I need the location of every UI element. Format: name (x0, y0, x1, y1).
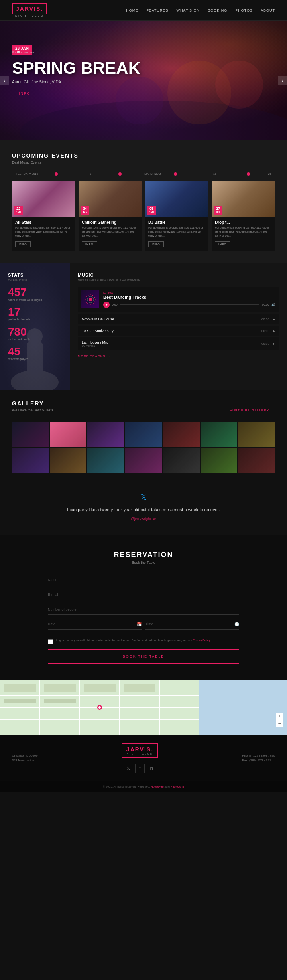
timeline-label-1: FEBRUARY 2016 (16, 172, 38, 175)
social-facebook-button[interactable]: f (135, 764, 145, 773)
event-info-btn-2[interactable]: INFO (82, 241, 97, 247)
zoom-in-button[interactable]: + (276, 713, 283, 720)
gallery-item-8[interactable] (12, 448, 49, 473)
gallery-item-10[interactable] (87, 448, 124, 473)
gallery-item-12[interactable] (163, 448, 200, 473)
upcoming-events-section: UPCOMING EVENTS Best Music Events FEBRUA… (0, 140, 287, 263)
twitter-handle[interactable]: @jerrywrightlive (32, 517, 255, 521)
gallery-row-1 (12, 422, 275, 447)
time-field-group: 🕐 (145, 619, 239, 630)
visit-gallery-button[interactable]: VISIT FULL GALLERY (224, 406, 275, 415)
privacy-checkbox[interactable] (48, 639, 53, 644)
gallery-header: GALLERY We Have the Best Guests VISIT FU… (12, 400, 275, 420)
hero-next-button[interactable]: › (278, 76, 287, 85)
nav-features[interactable]: FEATURES (146, 8, 168, 12)
track-row-name-2: 10 Year Anniversary (82, 329, 114, 333)
gallery-item-13[interactable] (201, 448, 238, 473)
nav-photos[interactable]: PHOTOS (235, 8, 253, 12)
event-info-btn-3[interactable]: INFO (148, 241, 164, 247)
social-linkedin-button[interactable]: in (147, 764, 156, 773)
twitter-section: 𝕏 I can party like a twenty-four-year-ol… (0, 479, 287, 535)
reservation-section: RESERVATION Book the Table 📅 🕐 I agree t… (0, 535, 287, 680)
calendar-icon: 📅 (137, 622, 142, 626)
nav-booking[interactable]: BOOKING (208, 8, 227, 12)
more-tracks-link[interactable]: MORE TRACKS → (78, 354, 279, 358)
gallery-section: GALLERY We Have the Best Guests VISIT FU… (0, 390, 287, 479)
gallery-item-6[interactable] (201, 422, 238, 447)
reservation-subtitle: Book the Table (48, 561, 239, 565)
footer-link-2[interactable]: Photodune (171, 785, 184, 788)
event-image-2: 34 JAN (79, 181, 142, 217)
track-row-2[interactable]: 10 Year Anniversary 00:00 ▶ (78, 326, 279, 336)
event-badge-4: 27 FEB (214, 206, 222, 215)
gallery-item-3[interactable] (87, 422, 124, 447)
gallery-item-4[interactable] (125, 422, 162, 447)
footer-fax: Fax: (789)-753-4321 (242, 758, 275, 763)
timeline-label-3: MARCH 2016 (144, 172, 161, 175)
track-start-time: 0:00 (112, 303, 118, 306)
timeline-dot-1 (55, 172, 58, 176)
zoom-out-button[interactable]: − (276, 720, 283, 727)
volume-icon[interactable]: 🔊 (271, 303, 275, 306)
gallery-item-2[interactable] (50, 422, 86, 447)
gallery-item-7[interactable] (238, 422, 275, 447)
track-play-icon-2[interactable]: ▶ (273, 329, 275, 333)
stat-visitors: 780 visitors last month (8, 326, 62, 341)
privacy-policy-link[interactable]: Privacy Policy (193, 639, 210, 642)
stat-visitors-label: visitors last month (8, 338, 62, 341)
gallery-item-1[interactable] (12, 422, 49, 447)
svg-rect-21 (44, 684, 76, 692)
timeline-dot-4 (247, 172, 250, 176)
footer: Chicago, IL 60606 321 New Lorine JARVIS.… (0, 735, 287, 781)
footer-link-1[interactable]: NuevoFast (151, 785, 164, 788)
track-progress-bar[interactable] (120, 304, 260, 305)
book-table-button[interactable]: BOOK THE TABLE (48, 649, 239, 664)
upcoming-subtitle: Best Music Events (12, 160, 275, 164)
track-info: DJ Sets Best Dancing Tracks ▶ 0:00 00:00… (103, 291, 275, 308)
track-category: DJ Sets (103, 291, 275, 294)
email-input[interactable] (48, 589, 239, 600)
event-info-btn-4[interactable]: INFO (215, 241, 230, 247)
footer-logo-text: JARVIS. (126, 746, 153, 753)
nav-about[interactable]: ABOUT (261, 8, 275, 12)
date-input[interactable] (48, 619, 142, 630)
footer-contact: Phone: 123-(456)-7890 Fax: (789)-753-432… (242, 753, 275, 764)
nav-whats-on[interactable]: WHAT'S ON (177, 8, 200, 12)
hero-artists: Aaron Gill, Joe Stone, VIDA (12, 80, 61, 84)
date-time-row: 📅 🕐 (48, 619, 239, 634)
track-play-button[interactable]: ▶ (103, 302, 110, 308)
stat-residents-number: 45 (8, 346, 62, 357)
event-info-btn-1[interactable]: INFO (15, 241, 31, 247)
timeline-line-3 (165, 174, 210, 174)
track-row-name-1: Groove in Da House (82, 317, 114, 321)
gallery-row-2 (12, 448, 275, 473)
track-end-time: 00:00 (262, 303, 269, 306)
svg-rect-20 (4, 684, 36, 692)
timeline-label-2: 27 (90, 172, 93, 175)
stat-hours-label: hours of music were played (8, 298, 62, 302)
gallery-item-9[interactable] (50, 448, 86, 473)
event-card-4: 27 FEB Drop t... For questions & booking… (212, 181, 275, 251)
timeline-line-1 (41, 174, 86, 174)
social-twitter-button[interactable]: 𝕏 (124, 764, 133, 773)
stat-residents-label: residents played (8, 357, 62, 361)
track-play-icon-1[interactable]: ▶ (273, 318, 275, 321)
gallery-item-11[interactable] (125, 448, 162, 473)
hero-section: 23 JAN TUE #house, #urban SPRING BREAK A… (0, 21, 287, 140)
hero-info-button[interactable]: INFO (12, 89, 37, 98)
nav-home[interactable]: HOME (126, 8, 138, 12)
people-input[interactable] (48, 604, 239, 615)
date-field-group: 📅 (48, 619, 142, 630)
hero-prev-button[interactable]: ‹ (0, 76, 9, 85)
time-input[interactable] (145, 619, 239, 630)
track-row-1[interactable]: Groove in Da House 00:00 ▶ (78, 314, 279, 324)
navbar: JARVIS. NIGHT CLUB HOME FEATURES WHAT'S … (0, 0, 287, 21)
stat-visitors-number: 780 (8, 326, 62, 338)
gallery-item-14[interactable] (238, 448, 275, 473)
track-play-icon-3[interactable]: ▶ (273, 342, 275, 346)
gallery-item-5[interactable] (163, 422, 200, 447)
track-row-3[interactable]: Latin Lovers Mix DJ Monica 00:00 ▶ (78, 337, 279, 350)
event-desc-1: For questions & booking call 800-111-456… (15, 226, 72, 237)
name-input[interactable] (48, 575, 239, 585)
gallery-title: GALLERY (12, 400, 53, 407)
